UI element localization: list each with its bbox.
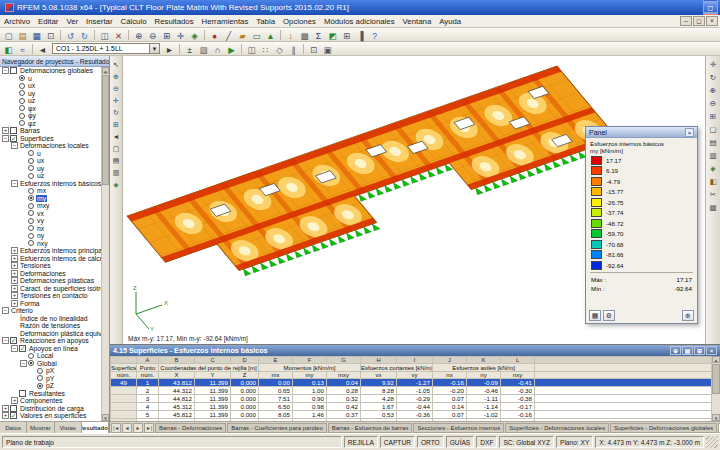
collapse-icon[interactable]: − <box>2 337 9 344</box>
tree-item-x[interactable]: φx <box>0 105 101 113</box>
grid-toggle-button[interactable]: ∷ <box>259 43 272 55</box>
scroll-up-icon[interactable]: ▲ <box>102 67 109 74</box>
help-button[interactable]: ? <box>368 29 381 41</box>
radio-icon[interactable] <box>28 195 34 201</box>
menu-ventana[interactable]: Ventana <box>399 15 436 27</box>
snap-toggle-button[interactable]: ◇ <box>273 43 286 55</box>
scroll-down-icon[interactable]: ▼ <box>712 414 720 421</box>
tree-item-reacciones-en-apoyos[interactable]: −✓Reacciones en apoyos <box>0 337 101 345</box>
checkbox-icon[interactable]: ✓ <box>10 135 17 142</box>
zoom-out-button[interactable]: ⊖ <box>146 29 159 41</box>
mdi-close-button[interactable]: × <box>706 16 718 26</box>
collapse-icon[interactable]: − <box>11 142 18 149</box>
work-plane-selector[interactable]: Plano: XY <box>556 436 593 448</box>
mdi-restore-button[interactable]: ◻ <box>693 16 705 26</box>
radio-icon[interactable] <box>19 98 25 104</box>
zoom-extents-button[interactable]: ⊞ <box>111 118 122 129</box>
expand-icon[interactable]: + <box>2 412 9 419</box>
scroll-down-icon[interactable]: ▼ <box>102 414 109 421</box>
table-tab-nav-button[interactable]: ►| <box>144 423 154 433</box>
tree-item-u[interactable]: u <box>0 150 101 158</box>
table-search-icon[interactable]: ⊕ <box>670 346 681 355</box>
view-z-button[interactable]: ▥ <box>111 166 122 177</box>
tree-item-mxy[interactable]: mxy <box>0 202 101 210</box>
expand-icon[interactable]: + <box>11 292 18 299</box>
panel-close-icon[interactable]: × <box>685 128 694 137</box>
collapse-icon[interactable]: − <box>11 180 18 187</box>
table-close-icon[interactable]: × <box>706 346 717 355</box>
tables-button[interactable]: ⊞ <box>340 29 353 41</box>
zoom-in-button[interactable]: ⊕ <box>132 29 145 41</box>
collapse-icon[interactable]: − <box>2 67 9 74</box>
panel-toggle-button[interactable]: ▐ <box>354 29 367 41</box>
tree-item-pz[interactable]: pZ <box>0 382 101 390</box>
table-tab-barras-coeficientes-para-pandeo[interactable]: Barras - Coeficientes para pandeo <box>227 423 326 433</box>
tree-item-esfuerzos-internos-b-sicos[interactable]: −Esfuerzos internos básicos <box>0 180 101 188</box>
load-tool-button[interactable]: ↓ <box>284 29 297 41</box>
column-letter[interactable]: G <box>327 357 361 364</box>
zoom-in-tool-button[interactable]: ⊕ <box>111 70 122 81</box>
menu-insertar[interactable]: Insertar <box>82 15 116 27</box>
deformation-toggle-button[interactable]: ≈ <box>16 43 29 55</box>
undo-button[interactable]: ↺ <box>64 29 77 41</box>
table-scrollbar[interactable]: ▲ ▼ <box>712 356 720 421</box>
tree-item-deformaciones-globales[interactable]: −Deformaciones globales <box>0 67 101 75</box>
collapse-icon[interactable]: − <box>11 345 18 352</box>
print-button[interactable]: ⊡ <box>44 29 57 41</box>
tree-item-forma[interactable]: +Forma <box>0 300 101 308</box>
tree-item-uz[interactable]: uz <box>0 172 101 180</box>
radio-icon[interactable] <box>28 233 34 239</box>
table-tab-superficies-deformaciones-globales[interactable]: Superficies - Deformaciones globales <box>610 423 717 433</box>
select-tool-button[interactable]: ↖ <box>111 58 122 69</box>
column-letter[interactable]: F <box>293 357 327 364</box>
tree-item-uy[interactable]: uy <box>0 90 101 98</box>
expand-icon[interactable]: + <box>11 300 18 307</box>
guidelines-button[interactable]: ∥ <box>287 43 300 55</box>
table-views-icon[interactable]: ▤ <box>682 346 693 355</box>
redo-button[interactable]: ↻ <box>78 29 91 41</box>
navigator-scrollbar[interactable]: ▲ ▼ <box>102 67 109 421</box>
tree-item-global[interactable]: −Global <box>0 360 101 368</box>
column-letter[interactable]: D <box>231 357 259 364</box>
panel-titlebar[interactable]: Panel × <box>586 127 697 138</box>
tree-item-y[interactable]: φy <box>0 112 101 120</box>
tree-item-u[interactable]: u <box>0 75 101 83</box>
column-letter[interactable]: C <box>195 357 231 364</box>
view-x-button[interactable]: ▢ <box>111 142 122 153</box>
column-letter[interactable]: L <box>501 357 535 364</box>
collapse-icon[interactable]: − <box>2 307 9 314</box>
resize-grip[interactable] <box>706 436 718 448</box>
view-side-button[interactable]: ▥ <box>707 149 719 161</box>
iso-view-button[interactable]: ◈ <box>111 178 122 189</box>
scroll-up-icon[interactable]: ▲ <box>712 356 720 363</box>
tree-item-esfuerzos-internos-principales[interactable]: +Esfuerzos internos principales <box>0 247 101 255</box>
menu-opciones[interactable]: Opciones <box>279 15 320 27</box>
menu-archivo[interactable]: Archivo <box>0 15 34 27</box>
radio-icon[interactable] <box>28 158 34 164</box>
mdi-minimize-button[interactable]: – <box>680 16 692 26</box>
tree-item-distribuci-n-de-carga[interactable]: +Distribución de carga <box>0 405 101 413</box>
support-tool-button[interactable]: ▲ <box>264 29 277 41</box>
table-row[interactable]: 445.31211.3990.0006.500.980.421.67-0.440… <box>111 403 712 411</box>
show-results-button[interactable]: ◧ <box>2 43 15 55</box>
menu-m-dulos-adicionales[interactable]: Módulos adicionales <box>320 15 399 27</box>
expand-icon[interactable]: + <box>11 247 18 254</box>
tree-item-uy[interactable]: uy <box>0 165 101 173</box>
navigator-tab-mostrar[interactable]: Mostrar <box>27 422 54 433</box>
radio-icon[interactable] <box>19 75 25 81</box>
zoom-window-button[interactable]: ⊞ <box>160 29 173 41</box>
table-tab-secciones-esfuerzos-internos[interactable]: Secciones - Esfuerzos internos <box>413 423 504 433</box>
load-case-combobox[interactable]: CO1 - 1.25DL + 1.5LL ▼ <box>52 43 160 54</box>
zoom-plus-button[interactable]: ⊕ <box>707 84 719 96</box>
checkbox-icon[interactable]: ✓ <box>10 412 17 419</box>
opening-tool-button[interactable]: ▭ <box>250 29 263 41</box>
tree-item-raz-n-de-tensiones[interactable]: Razón de tensiones <box>0 322 101 330</box>
tree-item-ux[interactable]: ux <box>0 157 101 165</box>
radio-icon[interactable] <box>19 90 25 96</box>
tree-item-local[interactable]: Local <box>0 352 101 360</box>
status-toggle-captur[interactable]: CAPTUR <box>380 436 415 448</box>
column-letter[interactable]: I <box>397 357 433 364</box>
view-iso-button[interactable]: ◈ <box>707 162 719 174</box>
checkbox-icon[interactable] <box>10 127 17 134</box>
save-button[interactable]: ▦ <box>30 29 43 41</box>
